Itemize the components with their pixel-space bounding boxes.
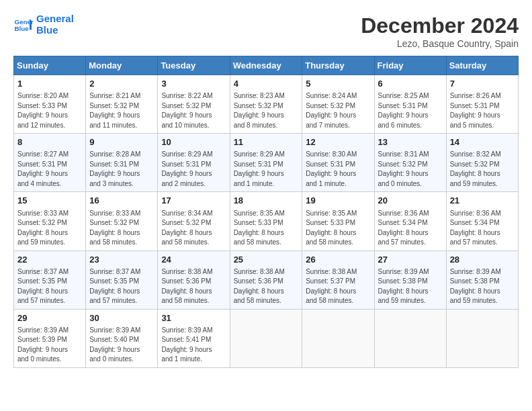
month-title: December 2024	[361, 13, 519, 38]
calendar-cell: 20Sunrise: 8:36 AM Sunset: 5:34 PM Dayli…	[374, 192, 446, 250]
page-header: General Blue General Blue December 2024 …	[13, 13, 519, 49]
day-info: Sunrise: 8:23 AM Sunset: 5:32 PM Dayligh…	[234, 91, 299, 130]
calendar-cell: 16Sunrise: 8:33 AM Sunset: 5:32 PM Dayli…	[86, 192, 158, 250]
day-info: Sunrise: 8:27 AM Sunset: 5:31 PM Dayligh…	[17, 150, 82, 189]
calendar-cell: 21Sunrise: 8:36 AM Sunset: 5:34 PM Dayli…	[446, 192, 518, 250]
day-info: Sunrise: 8:34 AM Sunset: 5:32 PM Dayligh…	[161, 209, 226, 248]
calendar-cell: 4Sunrise: 8:23 AM Sunset: 5:32 PM Daylig…	[230, 75, 302, 134]
calendar-cell: 1Sunrise: 8:20 AM Sunset: 5:33 PM Daylig…	[14, 75, 86, 134]
day-info: Sunrise: 8:35 AM Sunset: 5:33 PM Dayligh…	[234, 209, 299, 248]
col-friday: Friday	[374, 56, 446, 75]
calendar-cell: 15Sunrise: 8:33 AM Sunset: 5:32 PM Dayli…	[14, 192, 86, 250]
calendar-week-1: 1Sunrise: 8:20 AM Sunset: 5:33 PM Daylig…	[14, 75, 519, 134]
day-number: 28	[450, 254, 515, 266]
day-number: 4	[234, 78, 299, 90]
day-number: 20	[378, 195, 443, 207]
day-info: Sunrise: 8:31 AM Sunset: 5:32 PM Dayligh…	[378, 150, 443, 189]
day-info: Sunrise: 8:29 AM Sunset: 5:31 PM Dayligh…	[234, 150, 299, 189]
calendar-cell: 11Sunrise: 8:29 AM Sunset: 5:31 PM Dayli…	[230, 134, 302, 192]
col-tuesday: Tuesday	[158, 56, 230, 75]
calendar-week-4: 22Sunrise: 8:37 AM Sunset: 5:35 PM Dayli…	[14, 250, 519, 309]
day-info: Sunrise: 8:20 AM Sunset: 5:33 PM Dayligh…	[17, 91, 82, 130]
day-info: Sunrise: 8:38 AM Sunset: 5:36 PM Dayligh…	[234, 267, 299, 306]
day-info: Sunrise: 8:32 AM Sunset: 5:32 PM Dayligh…	[450, 150, 515, 189]
calendar-cell: 24Sunrise: 8:38 AM Sunset: 5:36 PM Dayli…	[158, 250, 230, 309]
day-number: 6	[378, 78, 443, 90]
calendar-cell: 29Sunrise: 8:39 AM Sunset: 5:39 PM Dayli…	[14, 309, 86, 367]
day-info: Sunrise: 8:26 AM Sunset: 5:31 PM Dayligh…	[450, 91, 515, 130]
calendar-cell	[230, 309, 302, 367]
col-thursday: Thursday	[302, 56, 374, 75]
day-number: 25	[234, 254, 299, 266]
calendar-cell	[302, 309, 374, 367]
day-info: Sunrise: 8:36 AM Sunset: 5:34 PM Dayligh…	[378, 209, 443, 248]
calendar-table: Sunday Monday Tuesday Wednesday Thursday…	[13, 56, 519, 368]
col-sunday: Sunday	[14, 56, 86, 75]
svg-text:Blue: Blue	[15, 25, 30, 32]
calendar-cell: 13Sunrise: 8:31 AM Sunset: 5:32 PM Dayli…	[374, 134, 446, 192]
day-number: 24	[161, 254, 226, 266]
logo: General Blue General Blue	[13, 13, 74, 36]
day-info: Sunrise: 8:29 AM Sunset: 5:31 PM Dayligh…	[161, 150, 226, 189]
day-number: 26	[306, 254, 370, 266]
calendar-week-2: 8Sunrise: 8:27 AM Sunset: 5:31 PM Daylig…	[14, 134, 519, 192]
day-number: 9	[89, 136, 154, 148]
col-saturday: Saturday	[446, 56, 518, 75]
day-info: Sunrise: 8:39 AM Sunset: 5:38 PM Dayligh…	[378, 267, 443, 306]
day-number: 31	[161, 312, 226, 324]
calendar-header-row: Sunday Monday Tuesday Wednesday Thursday…	[14, 56, 519, 75]
day-info: Sunrise: 8:36 AM Sunset: 5:34 PM Dayligh…	[450, 209, 515, 248]
day-number: 22	[17, 254, 82, 266]
day-info: Sunrise: 8:39 AM Sunset: 5:38 PM Dayligh…	[450, 267, 515, 306]
day-number: 14	[450, 136, 515, 148]
logo-text: General Blue	[36, 13, 74, 36]
calendar-cell: 26Sunrise: 8:38 AM Sunset: 5:37 PM Dayli…	[302, 250, 374, 309]
calendar-cell: 31Sunrise: 8:39 AM Sunset: 5:41 PM Dayli…	[158, 309, 230, 367]
calendar-cell: 12Sunrise: 8:30 AM Sunset: 5:31 PM Dayli…	[302, 134, 374, 192]
calendar-cell: 10Sunrise: 8:29 AM Sunset: 5:31 PM Dayli…	[158, 134, 230, 192]
calendar-cell: 25Sunrise: 8:38 AM Sunset: 5:36 PM Dayli…	[230, 250, 302, 309]
day-number: 29	[17, 312, 82, 324]
day-info: Sunrise: 8:39 AM Sunset: 5:40 PM Dayligh…	[89, 326, 154, 365]
location: Lezo, Basque Country, Spain	[361, 38, 519, 49]
day-number: 23	[89, 254, 154, 266]
calendar-cell: 9Sunrise: 8:28 AM Sunset: 5:31 PM Daylig…	[86, 134, 158, 192]
calendar-body: 1Sunrise: 8:20 AM Sunset: 5:33 PM Daylig…	[14, 75, 519, 368]
calendar-cell: 22Sunrise: 8:37 AM Sunset: 5:35 PM Dayli…	[14, 250, 86, 309]
day-info: Sunrise: 8:35 AM Sunset: 5:33 PM Dayligh…	[306, 209, 370, 248]
col-wednesday: Wednesday	[230, 56, 302, 75]
logo-icon: General Blue	[13, 15, 34, 35]
col-monday: Monday	[86, 56, 158, 75]
calendar-cell: 17Sunrise: 8:34 AM Sunset: 5:32 PM Dayli…	[158, 192, 230, 250]
day-info: Sunrise: 8:25 AM Sunset: 5:31 PM Dayligh…	[378, 91, 443, 130]
day-number: 11	[234, 136, 299, 148]
day-info: Sunrise: 8:21 AM Sunset: 5:32 PM Dayligh…	[89, 91, 154, 130]
day-info: Sunrise: 8:22 AM Sunset: 5:32 PM Dayligh…	[161, 91, 226, 130]
calendar-cell	[446, 309, 518, 367]
day-number: 18	[234, 195, 299, 207]
day-info: Sunrise: 8:37 AM Sunset: 5:35 PM Dayligh…	[17, 267, 82, 306]
calendar-cell: 7Sunrise: 8:26 AM Sunset: 5:31 PM Daylig…	[446, 75, 518, 134]
calendar-cell: 8Sunrise: 8:27 AM Sunset: 5:31 PM Daylig…	[14, 134, 86, 192]
day-number: 15	[17, 195, 82, 207]
calendar-cell: 19Sunrise: 8:35 AM Sunset: 5:33 PM Dayli…	[302, 192, 374, 250]
calendar-cell: 3Sunrise: 8:22 AM Sunset: 5:32 PM Daylig…	[158, 75, 230, 134]
day-info: Sunrise: 8:28 AM Sunset: 5:31 PM Dayligh…	[89, 150, 154, 189]
calendar-cell: 14Sunrise: 8:32 AM Sunset: 5:32 PM Dayli…	[446, 134, 518, 192]
day-info: Sunrise: 8:37 AM Sunset: 5:35 PM Dayligh…	[89, 267, 154, 306]
calendar-cell: 5Sunrise: 8:24 AM Sunset: 5:32 PM Daylig…	[302, 75, 374, 134]
calendar-week-3: 15Sunrise: 8:33 AM Sunset: 5:32 PM Dayli…	[14, 192, 519, 250]
day-number: 2	[89, 78, 154, 90]
day-number: 16	[89, 195, 154, 207]
day-number: 30	[89, 312, 154, 324]
day-number: 27	[378, 254, 443, 266]
day-number: 19	[306, 195, 370, 207]
title-block: December 2024 Lezo, Basque Country, Spai…	[361, 13, 519, 49]
calendar-cell: 28Sunrise: 8:39 AM Sunset: 5:38 PM Dayli…	[446, 250, 518, 309]
day-info: Sunrise: 8:39 AM Sunset: 5:39 PM Dayligh…	[17, 326, 82, 365]
day-number: 7	[450, 78, 515, 90]
day-number: 8	[17, 136, 82, 148]
calendar-cell: 23Sunrise: 8:37 AM Sunset: 5:35 PM Dayli…	[86, 250, 158, 309]
day-number: 12	[306, 136, 370, 148]
day-number: 10	[161, 136, 226, 148]
